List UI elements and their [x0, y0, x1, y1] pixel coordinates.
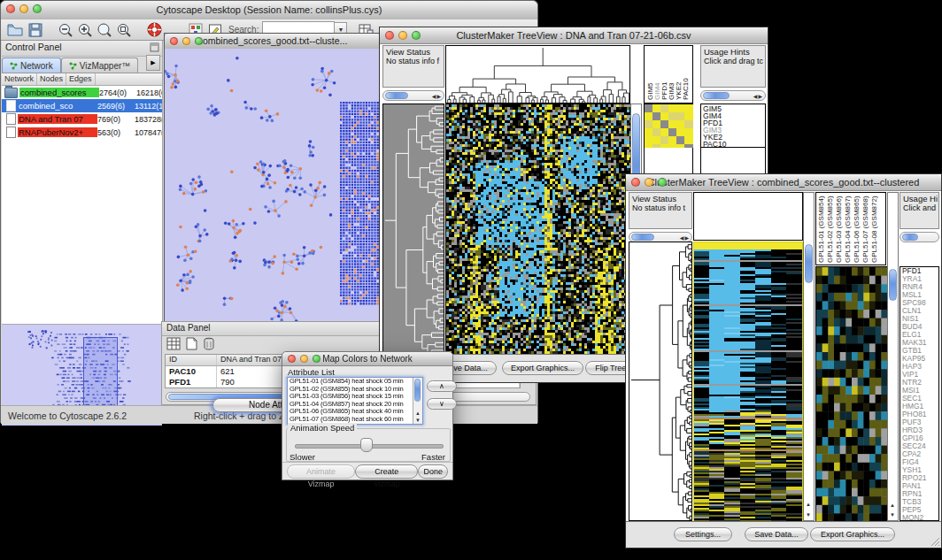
speed-slider-thumb[interactable]: [360, 438, 373, 452]
move-down-button[interactable]: ∨: [427, 398, 457, 410]
desktop: { "colors": { "selection_blue": "#3875d7…: [0, 0, 942, 560]
view-status-panel: View Status No status info f: [382, 45, 444, 88]
zoom-button[interactable]: [195, 37, 203, 45]
zoom-button[interactable]: [313, 355, 320, 363]
control-panel-tab[interactable]: VizMapper™: [61, 58, 139, 73]
close-button[interactable]: [385, 31, 394, 40]
view-status-title: View Status: [386, 47, 441, 57]
table-grid-icon[interactable]: [166, 337, 181, 350]
global-heatmap[interactable]: [445, 104, 631, 357]
help-lifering-icon[interactable]: [146, 21, 163, 38]
main-titlebar[interactable]: Cytoscape Desktop (Session Name: collins…: [1, 1, 537, 20]
zoom-out-icon[interactable]: [58, 22, 73, 38]
main-window-title: Cytoscape Desktop (Session Name: collins…: [157, 4, 382, 15]
treeview-button[interactable]: Export Graphics...: [502, 361, 583, 375]
treeview1-titlebar[interactable]: ClusterMaker TreeView : DNA and Tran 07-…: [380, 27, 768, 44]
genelist-vscrollbar[interactable]: ▲ ▼: [887, 192, 899, 521]
network-view-titlebar[interactable]: combined_scores_good.txt--cluste...: [165, 34, 381, 50]
zoom-button[interactable]: [658, 178, 667, 187]
zoom-in-icon[interactable]: [77, 22, 93, 38]
network-nodes-count: 2764(0): [99, 88, 136, 97]
network-table-row[interactable]: RNAPuberNov2+ 563(0) 107847(0): [2, 126, 162, 139]
usage-hints-panel: Usage Hints Click and drag tc: [700, 45, 766, 88]
column-label[interactable]: GIM4: [653, 47, 660, 100]
network-table-row[interactable]: combined_scores 2764(0) 16218(0): [2, 86, 162, 99]
dialog-button[interactable]: Animate Vizmap: [287, 464, 355, 479]
usage-hints-scrollbar[interactable]: ◀▶: [700, 90, 766, 101]
gene-label[interactable]: MON2: [902, 514, 938, 521]
map-colors-dialog: Map Colors to Network Attribute List GPL…: [282, 351, 453, 480]
zoom-button[interactable]: [412, 31, 421, 40]
move-up-button[interactable]: ∧: [427, 380, 457, 392]
usage-hints-scrollbar[interactable]: [900, 232, 939, 242]
minimize-button[interactable]: [300, 355, 308, 363]
treeview2-titlebar[interactable]: ClusterMaker TreeView : combined_scores_…: [626, 174, 941, 191]
dialog-titlebar[interactable]: Map Colors to Network: [282, 352, 452, 366]
zoom-selected-icon[interactable]: [116, 22, 132, 38]
column-label[interactable]: GPL51-06 (GSM865): [853, 194, 861, 263]
control-panel-tab[interactable]: Network: [2, 58, 61, 73]
view-status-scrollbar[interactable]: ◀▶: [382, 90, 444, 101]
zoom-button[interactable]: [33, 4, 42, 13]
heatmap-vscrollbar[interactable]: ▲ ▼: [803, 192, 815, 521]
row-dendrogram[interactable]: [629, 242, 692, 521]
network-table-header-cell[interactable]: Nodes: [37, 73, 66, 85]
network-table-row[interactable]: DNA and Tran 07 769(0) 183728(0): [2, 112, 162, 126]
row-label[interactable]: PAC10: [703, 141, 765, 148]
column-label[interactable]: YKE2: [675, 47, 682, 100]
network-name: DNA and Tran 07: [18, 114, 97, 124]
resize-grip[interactable]: [930, 536, 940, 547]
network-edges-count: 16218(0): [136, 88, 162, 97]
network-canvas[interactable]: [165, 49, 381, 322]
column-label[interactable]: GPL51-01 (GSM854): [817, 194, 826, 263]
network-table-row[interactable]: combined_sco 2569(6) 13112(15): [2, 99, 162, 112]
column-label[interactable]: GIM5: [646, 47, 653, 100]
treeview-button[interactable]: Settings...: [674, 527, 732, 541]
zoom-row-labels: GIM5GIM4PFD1GIM3YKE2PAC10: [700, 104, 766, 148]
treeview2-button-panel: Settings...Save Data...Export Graphics..…: [626, 521, 941, 548]
network-name: combined_sco: [18, 101, 97, 111]
id-column-header[interactable]: ID: [166, 355, 217, 365]
treeview-button[interactable]: Export Graphics...: [810, 527, 895, 541]
zoom-heatmap[interactable]: [815, 266, 888, 523]
tab-overflow-button[interactable]: ▶: [146, 55, 160, 71]
close-button[interactable]: [6, 4, 15, 13]
column-label[interactable]: GPL51-04 (GSM857): [844, 194, 853, 263]
float-panel-icon[interactable]: [150, 42, 159, 52]
network-icon: [6, 113, 16, 125]
zoom-fit-icon[interactable]: [97, 22, 112, 38]
minimize-button[interactable]: [19, 4, 28, 13]
gene-label-list: PFD1YRA1RNR4MSL1SPC98CLN1NIS1BUD4ELG1MAK…: [900, 266, 939, 521]
dialog-button[interactable]: Done: [418, 464, 448, 479]
network-icon: [6, 127, 16, 138]
column-label[interactable]: GPL51-08 (GSM872): [870, 194, 879, 263]
column-label[interactable]: PFD1: [660, 47, 668, 100]
minimize-button[interactable]: [645, 178, 653, 187]
close-button[interactable]: [288, 355, 296, 363]
close-button[interactable]: [631, 178, 640, 187]
network-tab-icon: [69, 62, 77, 70]
column-label[interactable]: GIM3: [668, 47, 675, 100]
open-folder-icon[interactable]: [6, 22, 24, 38]
global-heatmap[interactable]: [693, 242, 803, 523]
network-table-header-cell[interactable]: Edges: [66, 73, 96, 85]
zoom-heatmap-matrix[interactable]: [644, 104, 693, 148]
new-attribute-icon[interactable]: [186, 337, 197, 350]
save-icon[interactable]: [27, 22, 43, 38]
treeview-button[interactable]: Save Data...: [745, 527, 808, 541]
close-button[interactable]: [170, 37, 178, 45]
dialog-button[interactable]: Create Vizmap: [355, 464, 418, 479]
attribute-list-scrollbar[interactable]: ▲ ▼: [413, 378, 422, 424]
network-table-header-cell[interactable]: Network: [2, 73, 37, 85]
column-dendrogram[interactable]: [445, 45, 630, 104]
delete-trash-icon[interactable]: [203, 337, 215, 350]
minimize-button[interactable]: [398, 31, 407, 40]
network-list-empty-area: [2, 248, 162, 325]
network-view-title: combined_scores_good.txt--cluste...: [198, 35, 348, 46]
row-dendrogram[interactable]: [382, 104, 444, 356]
column-label[interactable]: GPL51-02 (GSM855): [826, 194, 835, 263]
minimize-button[interactable]: [182, 37, 190, 45]
column-label[interactable]: GPL51-07 (GSM868): [861, 194, 870, 263]
column-label[interactable]: PAC10: [682, 47, 689, 100]
column-label[interactable]: GPL51-03 (GSM856): [835, 194, 844, 263]
